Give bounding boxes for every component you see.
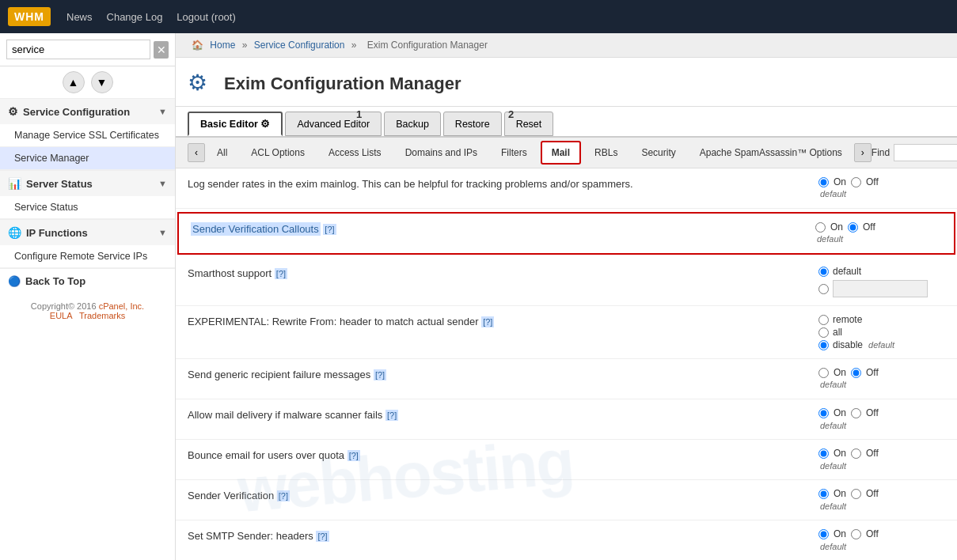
label-sender-verification: Sender Verification [?] xyxy=(188,488,818,501)
radio-generic-on[interactable] xyxy=(818,368,829,378)
label-exp-remote[interactable]: remote xyxy=(833,314,862,325)
chevron-down-icon: ▼ xyxy=(158,107,167,116)
label-off-4[interactable]: Off xyxy=(866,367,879,378)
sub-tab-prev-button[interactable]: ‹ xyxy=(188,143,205,162)
radio-bounce-on[interactable] xyxy=(818,448,829,459)
breadcrumb-current: Exim Configuration Manager xyxy=(367,40,488,51)
find-container: Find xyxy=(872,144,957,161)
sidebar-section-label-server-status: Server Status xyxy=(26,178,93,190)
label-off-0[interactable]: Off xyxy=(866,176,879,187)
sub-tab-mail[interactable]: Mail xyxy=(541,141,581,165)
sidebar-section-header-service-config[interactable]: ⚙ Service Configuration ▼ xyxy=(0,99,175,124)
controls-sender-verification: On Off default xyxy=(818,488,945,512)
label-on-6[interactable]: On xyxy=(834,448,846,459)
tab-basic-editor[interactable]: Basic Editor ⚙ xyxy=(188,112,283,136)
label-on-7[interactable]: On xyxy=(834,488,846,499)
radio-bounce-off[interactable] xyxy=(851,448,861,459)
label-off-6[interactable]: Off xyxy=(866,448,879,459)
label-smarthost-default[interactable]: default xyxy=(833,266,861,277)
breadcrumb: 🏠 Home » Service Configuration » Exim Co… xyxy=(176,33,957,58)
radio-row-on-off-8: On Off xyxy=(818,528,879,539)
chevron-down-icon-2: ▼ xyxy=(158,179,167,188)
search-input[interactable] xyxy=(6,40,150,59)
service-config-icon: ⚙ xyxy=(8,105,18,118)
radio-malware-off[interactable] xyxy=(851,408,861,418)
label-exp-disable[interactable]: disable xyxy=(833,339,863,350)
smarthost-text-input[interactable] xyxy=(833,280,928,297)
search-clear-button[interactable]: ✕ xyxy=(154,41,169,59)
sub-tab-rbls[interactable]: RBLs xyxy=(584,142,628,164)
label-on-5[interactable]: On xyxy=(834,407,846,418)
sidebar-search-container: ✕ xyxy=(0,33,175,66)
nav-logout[interactable]: Logout (root) xyxy=(177,11,235,23)
radio-smtp-on[interactable] xyxy=(818,529,829,539)
radio-malware-on[interactable] xyxy=(818,408,829,418)
radio-smarthost-default[interactable] xyxy=(818,267,829,277)
find-input[interactable] xyxy=(894,144,957,161)
eula-link[interactable]: EULA xyxy=(50,311,72,320)
nav-news[interactable]: News xyxy=(66,11,93,23)
tab-restore[interactable]: Restore xyxy=(443,112,502,136)
radio-callouts-on[interactable] xyxy=(815,222,826,233)
controls-smtp-sender-headers: On Off default xyxy=(818,528,945,552)
sub-tab-filters[interactable]: Filters xyxy=(491,142,537,164)
settings-row-malware-scanner: Allow mail delivery if malware scanner f… xyxy=(176,399,957,440)
label-off-5[interactable]: Off xyxy=(866,407,879,418)
tab-advanced-editor[interactable]: Advanced Editor xyxy=(285,112,382,136)
radio-smtp-off[interactable] xyxy=(851,529,861,539)
sidebar-item-ssl-certs[interactable]: Manage Service SSL Certificates xyxy=(0,124,175,147)
link-sender-verification-callouts[interactable]: Sender Verification Callouts xyxy=(191,222,321,236)
tab-backup[interactable]: Backup xyxy=(384,112,441,136)
label-exp-all[interactable]: all xyxy=(833,327,842,338)
sub-tab-access-lists[interactable]: Access Lists xyxy=(318,142,392,164)
controls-experimental: remote all disable default xyxy=(818,314,945,350)
sidebar-item-service-manager[interactable]: Service Manager xyxy=(0,147,175,170)
sidebar-item-remote-service-ips[interactable]: Configure Remote Service IPs xyxy=(0,245,175,268)
help-sender-verification-callouts[interactable]: [?] xyxy=(323,224,336,235)
label-off-1[interactable]: Off xyxy=(863,221,875,233)
nav-changelog[interactable]: Change Log xyxy=(107,11,163,23)
sub-tab-next-button[interactable]: › xyxy=(854,143,872,162)
label-on-1[interactable]: On xyxy=(830,221,843,233)
radio-callouts-off[interactable] xyxy=(848,222,858,233)
breadcrumb-home[interactable]: Home xyxy=(210,40,235,51)
sub-tab-acl-options[interactable]: ACL Options xyxy=(241,142,315,164)
label-off-7[interactable]: Off xyxy=(866,488,879,499)
label-on-8[interactable]: On xyxy=(834,528,846,539)
help-generic-recipient[interactable]: [?] xyxy=(374,369,386,380)
badge-1: 1 xyxy=(356,108,362,120)
radio-senderverif-off[interactable] xyxy=(851,489,861,499)
default-label-exp: default xyxy=(868,340,894,350)
help-experimental-rewrite[interactable]: [?] xyxy=(481,316,494,327)
help-smarthost[interactable]: [?] xyxy=(275,268,287,279)
help-smtp-sender-headers[interactable]: [?] xyxy=(316,531,328,542)
sidebar-down-button[interactable]: ▼ xyxy=(91,71,113,93)
label-on-4[interactable]: On xyxy=(834,367,846,378)
back-to-top-button[interactable]: 🔵 Back To Top xyxy=(0,269,175,293)
label-on-0[interactable]: On xyxy=(834,176,846,187)
radio-exp-all[interactable] xyxy=(818,327,829,338)
label-off-8[interactable]: Off xyxy=(866,528,879,539)
sidebar-up-button[interactable]: ▲ xyxy=(63,71,85,93)
sidebar-section-header-server-status[interactable]: 📊 Server Status ▼ xyxy=(0,171,175,196)
help-sender-verification[interactable]: [?] xyxy=(277,490,290,501)
cpanel-link[interactable]: cPanel, Inc. xyxy=(99,301,144,311)
sub-tab-all[interactable]: All xyxy=(207,142,237,164)
radio-generic-off[interactable] xyxy=(851,368,861,378)
radio-smarthost-custom[interactable] xyxy=(818,284,829,294)
radio-log-off[interactable] xyxy=(851,177,861,187)
trademarks-link[interactable]: Trademarks xyxy=(79,311,125,320)
radio-log-on[interactable] xyxy=(818,177,829,187)
help-malware-scanner[interactable]: [?] xyxy=(385,410,398,421)
sidebar-section-header-ip-functions[interactable]: 🌐 IP Functions ▼ xyxy=(0,220,175,245)
sub-tab-domains-ips[interactable]: Domains and IPs xyxy=(395,142,488,164)
sub-tab-spamassassin[interactable]: Apache SpamAssassin™ Options xyxy=(689,142,853,164)
radio-senderverif-on[interactable] xyxy=(818,489,829,499)
sidebar-item-service-status[interactable]: Service Status xyxy=(0,196,175,219)
help-bounce-over-quota[interactable]: [?] xyxy=(347,450,360,461)
sub-tab-security[interactable]: Security xyxy=(631,142,685,164)
breadcrumb-service-config[interactable]: Service Configuration xyxy=(254,40,345,51)
radio-exp-disable[interactable] xyxy=(818,340,829,350)
default-label-1: default xyxy=(817,234,843,244)
radio-exp-remote[interactable] xyxy=(818,315,829,325)
